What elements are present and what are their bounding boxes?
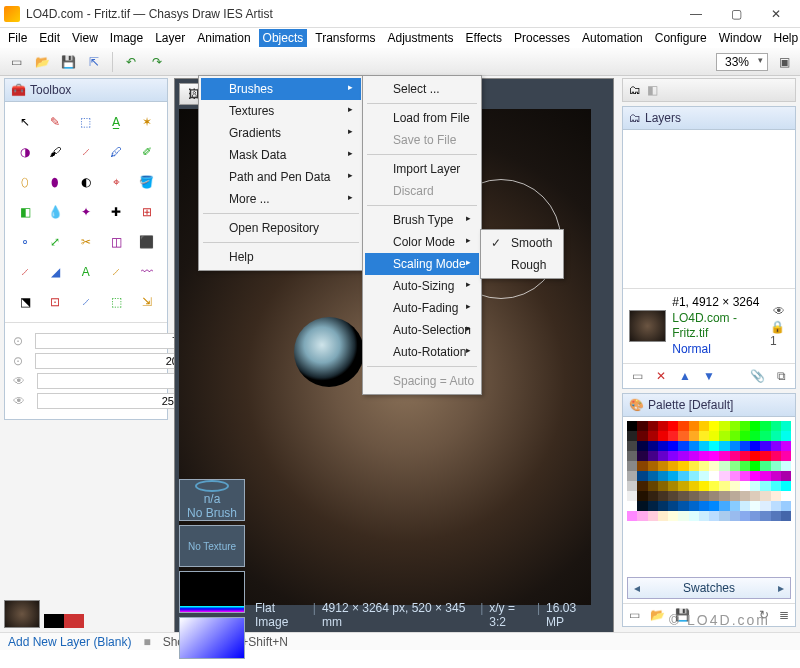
param-spacing-input[interactable]: [37, 373, 185, 389]
tool-27[interactable]: A: [74, 260, 98, 284]
menu-processes[interactable]: Processes: [510, 29, 574, 47]
attach-icon[interactable]: 📎: [749, 368, 765, 384]
new-palette-icon[interactable]: ▭: [629, 608, 640, 622]
swatch[interactable]: [750, 501, 760, 511]
swatch[interactable]: [637, 421, 647, 431]
menuitem-open-repository[interactable]: Open Repository: [201, 217, 361, 239]
tool-31[interactable]: ⊡: [43, 290, 67, 314]
swatch[interactable]: [689, 471, 699, 481]
swatch[interactable]: [678, 511, 688, 521]
swatch[interactable]: [627, 491, 637, 501]
swatch[interactable]: [719, 461, 729, 471]
swatch[interactable]: [648, 481, 658, 491]
swatch[interactable]: [637, 441, 647, 451]
menu-edit[interactable]: Edit: [35, 29, 64, 47]
menuitem-auto-sizing[interactable]: Auto-Sizing: [365, 275, 479, 297]
tool-24[interactable]: ⬛: [135, 230, 159, 254]
swatch[interactable]: [699, 491, 709, 501]
swatch[interactable]: [689, 491, 699, 501]
menu-help[interactable]: Help: [769, 29, 800, 47]
swatch[interactable]: [658, 451, 668, 461]
swatch[interactable]: [719, 441, 729, 451]
menuitem-brushes[interactable]: Brushes: [201, 78, 361, 100]
swatch[interactable]: [750, 491, 760, 501]
layers-tab-icon[interactable]: 🗂: [629, 83, 641, 97]
swatch[interactable]: [689, 501, 699, 511]
swatch[interactable]: [771, 431, 781, 441]
param-size-input[interactable]: [35, 333, 183, 349]
menuitem-auto-fading[interactable]: Auto-Fading: [365, 297, 479, 319]
tool-21[interactable]: ⤢: [43, 230, 67, 254]
swatch[interactable]: [699, 421, 709, 431]
swatch[interactable]: [699, 471, 709, 481]
tool-26[interactable]: ◢: [43, 260, 67, 284]
swatch[interactable]: [740, 481, 750, 491]
menu-animation[interactable]: Animation: [193, 29, 254, 47]
swatch[interactable]: [719, 491, 729, 501]
swatch[interactable]: [637, 461, 647, 471]
swatch[interactable]: [678, 491, 688, 501]
histogram-preview[interactable]: [179, 571, 245, 613]
delete-layer-icon[interactable]: ✕: [653, 368, 669, 384]
swatch[interactable]: [771, 451, 781, 461]
tool-32[interactable]: ⟋: [74, 290, 98, 314]
open-palette-icon[interactable]: 📂: [650, 608, 665, 622]
layer-row[interactable]: #1, 4912 × 3264 LO4D.com - Fritz.tif Nor…: [623, 288, 795, 363]
swatch[interactable]: [668, 501, 678, 511]
menu-automation[interactable]: Automation: [578, 29, 647, 47]
swatch[interactable]: [689, 431, 699, 441]
tool-19[interactable]: ⊞: [135, 200, 159, 224]
swatch[interactable]: [658, 481, 668, 491]
swatch[interactable]: [781, 501, 791, 511]
menuitem-textures[interactable]: Textures: [201, 100, 361, 122]
swatch[interactable]: [709, 461, 719, 471]
new-icon[interactable]: ▭: [6, 52, 26, 72]
swatch[interactable]: [750, 421, 760, 431]
swatch[interactable]: [627, 431, 637, 441]
swatch[interactable]: [719, 501, 729, 511]
swatch[interactable]: [668, 491, 678, 501]
swatch[interactable]: [730, 431, 740, 441]
swatch[interactable]: [781, 491, 791, 501]
swatch[interactable]: [627, 421, 637, 431]
menu-objects[interactable]: Objects: [259, 29, 308, 47]
swatch[interactable]: [760, 491, 770, 501]
layer-down-icon[interactable]: ▼: [701, 368, 717, 384]
swatch[interactable]: [771, 471, 781, 481]
swatch[interactable]: [637, 491, 647, 501]
tool-30[interactable]: ⬔: [13, 290, 37, 314]
swatch[interactable]: [689, 481, 699, 491]
swatch[interactable]: [648, 471, 658, 481]
menu-transforms[interactable]: Transforms: [311, 29, 379, 47]
eye-icon[interactable]: 👁: [13, 394, 25, 408]
swatch[interactable]: [771, 511, 781, 521]
menu-layer[interactable]: Layer: [151, 29, 189, 47]
swatch[interactable]: [771, 421, 781, 431]
swatch[interactable]: [658, 461, 668, 471]
open-icon[interactable]: 📂: [32, 52, 52, 72]
swatch[interactable]: [668, 421, 678, 431]
palette-menu-icon[interactable]: ≣: [779, 608, 789, 622]
swatch[interactable]: [627, 451, 637, 461]
swatch[interactable]: [760, 421, 770, 431]
swatch[interactable]: [781, 451, 791, 461]
menuitem-color-mode[interactable]: Color Mode: [365, 231, 479, 253]
close-button[interactable]: ✕: [756, 1, 796, 27]
swatch[interactable]: [668, 511, 678, 521]
swatch[interactable]: [740, 511, 750, 521]
swatch[interactable]: [699, 451, 709, 461]
swatch[interactable]: [699, 481, 709, 491]
swatch[interactable]: [771, 491, 781, 501]
swatch[interactable]: [771, 481, 781, 491]
swatch[interactable]: [658, 511, 668, 521]
swatch[interactable]: [689, 461, 699, 471]
swatch[interactable]: [719, 421, 729, 431]
save-icon[interactable]: 💾: [58, 52, 78, 72]
swatch-grid[interactable]: [627, 421, 791, 573]
swatch[interactable]: [658, 441, 668, 451]
swatch[interactable]: [648, 491, 658, 501]
swatch[interactable]: [699, 501, 709, 511]
visibility-icon[interactable]: 👁: [773, 304, 785, 318]
swatch[interactable]: [740, 431, 750, 441]
menu-configure[interactable]: Configure: [651, 29, 711, 47]
